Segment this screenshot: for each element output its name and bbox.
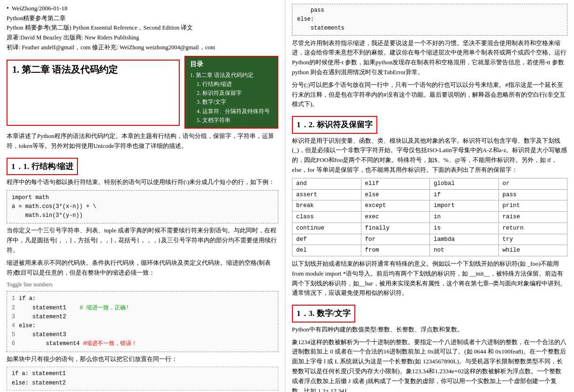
- keyword-cell: else: [361, 189, 430, 200]
- keyword-cell: return: [498, 223, 567, 234]
- keyword-cell: finally: [361, 223, 430, 234]
- keyword-cell: elif: [361, 178, 430, 189]
- r13-text1: Python中有四种内建的数值类型:整数、长整数、浮点数和复数。: [292, 325, 567, 335]
- keyword-cell: lambda: [430, 234, 499, 245]
- keyword-row: defforlambdatry: [292, 234, 567, 245]
- section1-row: 1. 第二章 语法及代码约定 目录 1. 第二章 语法及代码约定 1. 行结构/…: [7, 56, 278, 129]
- keyword-row: andelifglobalor: [292, 178, 567, 189]
- keyword-cell: try: [498, 234, 567, 245]
- keyword-cell: while: [498, 245, 567, 256]
- section11-title: 1．1. 行结构/缩进: [11, 162, 73, 171]
- meta-line3: 原著:David M Beazley 出版商: New Riders Publi…: [7, 33, 278, 42]
- toc-title: 目录: [190, 60, 273, 69]
- toc-item-5: 5. 文档字符串: [190, 116, 273, 125]
- keyword-cell: assert: [292, 189, 361, 200]
- keyword-row: delfromnotwhile: [292, 245, 567, 256]
- meta-line1: Python精要参考第二章: [7, 14, 278, 23]
- toc-box: 目录 1. 第二章 语法及代码约定 1. 行结构/缩进 2. 标识符及保留字 3…: [184, 56, 278, 129]
- bullet-dot: •: [7, 4, 9, 13]
- s11-text4: 如果块中只有很少的语句，那么你也可以把它们放置在同一行：: [7, 354, 278, 364]
- keyword-cell: and: [292, 178, 361, 189]
- left-panel: • WeiZhong/2006-01-18 Python精要参考第二章 Pyth…: [0, 0, 285, 392]
- keyword-cell: pass: [498, 189, 567, 200]
- right-panel: pass else: statements 尽管允许用制表符指示缩进，我还是要说…: [285, 0, 574, 392]
- s11-text1: 程序中的每个语句都以换行符结束。特别长的语句可以使用续行符(\)来分成几个短小的…: [7, 177, 278, 187]
- keyword-cell: raise: [498, 212, 567, 223]
- code-block-2: 1if a: 2 statement1 # 缩进一致，正确! 3 stateme…: [7, 291, 278, 352]
- code-top-block: pass else: statements: [292, 4, 567, 36]
- section12-title: 1．2. 标识符及保留字: [297, 120, 373, 129]
- section1-title: 1. 第二章 语法及代码约定: [12, 63, 118, 76]
- keyword-cell: for: [361, 234, 430, 245]
- keyword-cell: print: [498, 200, 567, 212]
- page-container: • WeiZhong/2006-01-18 Python精要参考第二章 Pyth…: [0, 0, 574, 392]
- r13-text2: 象1234这样的数被解析为一个十进制的整数。要指定一个八进制或者十六进制的整数，…: [292, 338, 567, 392]
- toggle-line: Toggle line numbers: [7, 280, 278, 289]
- r-text2: 分号(;)可以把多个语句放在同一行中，只有一个语句的行也可以以分号来结束。#指示…: [292, 80, 567, 109]
- section1-heading-box: 1. 第二章 语法及代码约定: [7, 60, 180, 126]
- s11-text3: 缩进被用来表示不同的代码块。条件执行代码块，循环体代码块及类定义代码块。缩进的空…: [7, 258, 278, 278]
- r12-text1: 标识符是用于识别变量、函数、类、模块以及其他对象的名字。标识符可以包含字母、数字…: [292, 136, 567, 175]
- meta-line4: 初译: Feather andelf@gmail，com 修正补充: WeiZh…: [7, 43, 278, 52]
- keyword-row: assertelseifpass: [292, 189, 567, 200]
- keyword-cell: except: [361, 200, 430, 212]
- intro-text: 本章讲述了Python程序的语法和代码约定。本章的主题有行结构，语句分组，保留字…: [7, 131, 278, 151]
- r12-text2: 以下划线开始或者结束的标识符通常有特殊的意义。例如以一个下划线开始的标识符(如 …: [292, 259, 567, 298]
- keyword-row: classexecinraise: [292, 212, 567, 223]
- meta-line2: Python 精要参考(第二版) Python Essential Refere…: [7, 23, 278, 32]
- toc-item-3: 3. 数字/文字: [190, 98, 273, 107]
- toc-item-2: 2. 标识符及保留字: [190, 89, 273, 98]
- toc-item-0: 1. 第二章 语法及代码约定: [190, 71, 273, 80]
- keyword-row: continuefinallyisreturn: [292, 223, 567, 234]
- keyword-cell: is: [430, 223, 499, 234]
- code-block-3: if a: statement1 else: statement2: [7, 367, 278, 390]
- keyword-cell: not: [430, 245, 499, 256]
- keyword-cell: import: [430, 200, 499, 212]
- s11-text2: 当你定义一个三引号字符串、列表、tuple 或者字典的时候不需要续行符来分割语句…: [7, 226, 278, 255]
- keyword-row: breakexceptimportprint: [292, 200, 567, 212]
- section11-heading-box: 1．1. 行结构/缩进: [7, 158, 78, 176]
- toc-item-1: 1. 行结构/缩进: [190, 80, 273, 89]
- keyword-cell: def: [292, 234, 361, 245]
- meta-bullet-line: • WeiZhong/2006-01-18: [7, 4, 278, 13]
- keyword-cell: from: [361, 245, 430, 256]
- keyword-cell: exec: [361, 212, 430, 223]
- section13-title: 1．3. 数字/文字: [297, 309, 351, 318]
- section12-heading-box: 1．2. 标识符及保留字: [292, 116, 377, 134]
- keyword-cell: global: [430, 178, 499, 189]
- keyword-cell: in: [430, 212, 499, 223]
- keyword-cell: del: [292, 245, 361, 256]
- toc-item-4: 4. 运算符、分隔符及特殊符号: [190, 107, 273, 116]
- keyword-cell: continue: [292, 223, 361, 234]
- keyword-cell: or: [498, 178, 567, 189]
- keyword-cell: class: [292, 212, 361, 223]
- section13-heading-box: 1．3. 数字/文字: [292, 305, 355, 323]
- r-text1: 尽管允许用制表符指示缩进，我还是要说这是一个不好的习惯。坚决不要混合使用制表符和…: [292, 38, 567, 77]
- keyword-cell: break: [292, 200, 361, 212]
- meta-bullet-text: WeiZhong/2006-01-18: [12, 4, 68, 13]
- keyword-cell: if: [430, 189, 499, 200]
- keywords-table: andelifglobalorassertelseifpassbreakexce…: [292, 178, 567, 256]
- code-block-1: import math a = math.cos(3*(x-n)) + \ ma…: [7, 190, 278, 224]
